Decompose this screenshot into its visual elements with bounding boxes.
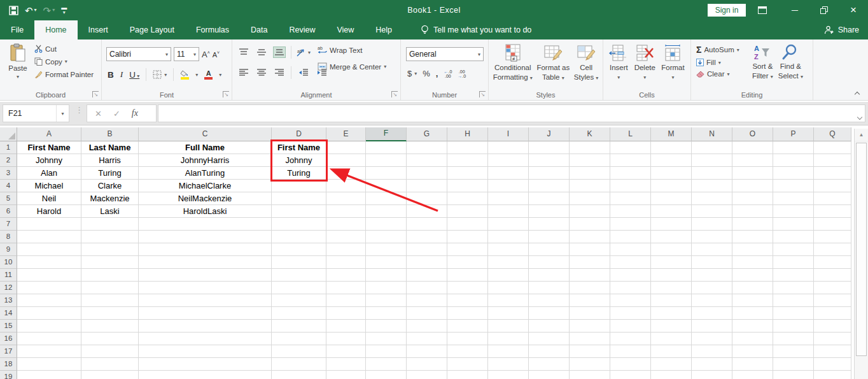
cell-P16[interactable] [773, 333, 814, 345]
cell-N7[interactable] [692, 218, 732, 231]
column-header-J[interactable]: J [529, 127, 570, 141]
cell-G12[interactable] [407, 282, 447, 294]
insert-dropdown-icon[interactable]: ▾ [617, 73, 620, 82]
cell-I13[interactable] [488, 294, 529, 307]
cell-C13[interactable] [139, 294, 272, 307]
cell-K15[interactable] [570, 320, 610, 333]
cell-Q16[interactable] [814, 333, 851, 345]
cell-N9[interactable] [692, 243, 732, 256]
cell-L2[interactable] [610, 154, 651, 167]
cell-C4[interactable]: MichaelClarke [139, 180, 272, 192]
cell-Q13[interactable] [814, 294, 851, 307]
cell-D16[interactable] [272, 333, 326, 345]
cell-E11[interactable] [326, 269, 366, 282]
cell-H16[interactable] [447, 333, 488, 345]
cell-B4[interactable]: Clarke [81, 180, 139, 192]
cell-L4[interactable] [610, 180, 651, 192]
cell-O17[interactable] [732, 345, 773, 358]
cell-G8[interactable] [407, 231, 447, 243]
cell-G11[interactable] [407, 269, 447, 282]
sort-filter-button[interactable]: AZ Sort & Filter ▾ [752, 43, 773, 81]
format-dropdown-icon[interactable]: ▾ [671, 73, 674, 82]
cell-L9[interactable] [610, 243, 651, 256]
tab-home[interactable]: Home [34, 20, 77, 39]
cell-Q7[interactable] [814, 218, 851, 231]
cell-O2[interactable] [732, 154, 773, 167]
cell-A6[interactable]: Harold [17, 205, 81, 218]
find-select-button[interactable]: Find & Select ▾ [778, 43, 803, 81]
cell-M6[interactable] [651, 205, 692, 218]
scroll-up-icon[interactable]: ▲ [855, 129, 868, 141]
cell-C17[interactable] [139, 345, 272, 358]
cell-L16[interactable] [610, 333, 651, 345]
cancel-icon[interactable]: ✕ [95, 109, 102, 118]
cell-Q8[interactable] [814, 231, 851, 243]
cell-E19[interactable] [326, 371, 366, 379]
cell-E1[interactable] [326, 141, 366, 154]
cell-G5[interactable] [407, 192, 447, 205]
font-color-button[interactable]: A [204, 70, 213, 80]
cell-F14[interactable] [366, 307, 407, 320]
cell-O15[interactable] [732, 320, 773, 333]
cell-I16[interactable] [488, 333, 529, 345]
cell-J15[interactable] [529, 320, 570, 333]
cell-N14[interactable] [692, 307, 732, 320]
restore-icon[interactable] [809, 0, 839, 20]
conditional-formatting-button[interactable]: ≠ Conditional Formatting ▾ [493, 43, 533, 82]
cell-C6[interactable]: HaroldLaski [139, 205, 272, 218]
cell-F11[interactable] [366, 269, 407, 282]
cell-C19[interactable] [139, 371, 272, 379]
cell-D4[interactable] [272, 180, 326, 192]
cell-D3[interactable]: Turing [272, 167, 326, 180]
borders-button[interactable]: ▾ [153, 70, 167, 79]
cell-G10[interactable] [407, 256, 447, 269]
decrease-decimal-button[interactable]: .00→.0 [458, 69, 466, 78]
cell-H15[interactable] [447, 320, 488, 333]
cell-B11[interactable] [81, 269, 139, 282]
cell-B12[interactable] [81, 282, 139, 294]
column-header-A[interactable]: A [17, 127, 81, 141]
cell-I17[interactable] [488, 345, 529, 358]
cell-E3[interactable] [326, 167, 366, 180]
cell-B8[interactable] [81, 231, 139, 243]
fill-color-dropdown-icon[interactable]: ▾ [195, 72, 198, 78]
column-header-G[interactable]: G [407, 127, 447, 141]
cell-P12[interactable] [773, 282, 814, 294]
cell-D1[interactable]: First Name [272, 141, 326, 154]
cell-D2[interactable]: Johnny [272, 154, 326, 167]
column-header-C[interactable]: C [139, 127, 272, 141]
cell-A3[interactable]: Alan [17, 167, 81, 180]
cell-K14[interactable] [570, 307, 610, 320]
cell-F17[interactable] [366, 345, 407, 358]
bottom-align-icon[interactable] [273, 46, 286, 58]
row-header-19[interactable]: 19 [0, 371, 17, 379]
cell-E12[interactable] [326, 282, 366, 294]
cell-A17[interactable] [17, 345, 81, 358]
cell-F4[interactable] [366, 180, 407, 192]
align-left-icon[interactable] [237, 67, 250, 78]
name-box[interactable]: F21 ▾ [3, 104, 69, 122]
cell-B15[interactable] [81, 320, 139, 333]
cell-H17[interactable] [447, 345, 488, 358]
cell-E9[interactable] [326, 243, 366, 256]
row-header-15[interactable]: 15 [0, 320, 17, 333]
cell-H2[interactable] [447, 154, 488, 167]
cell-M7[interactable] [651, 218, 692, 231]
cell-B10[interactable] [81, 256, 139, 269]
decrease-font-size-icon[interactable]: A˅ [213, 50, 220, 59]
column-header-E[interactable]: E [326, 127, 366, 141]
cell-Q11[interactable] [814, 269, 851, 282]
cell-O19[interactable] [732, 371, 773, 379]
cell-D18[interactable] [272, 358, 326, 371]
cell-N12[interactable] [692, 282, 732, 294]
cell-G14[interactable] [407, 307, 447, 320]
cell-K8[interactable] [570, 231, 610, 243]
cell-P15[interactable] [773, 320, 814, 333]
column-header-I[interactable]: I [488, 127, 529, 141]
cell-H18[interactable] [447, 358, 488, 371]
select-all-button[interactable] [0, 127, 17, 141]
cell-O8[interactable] [732, 231, 773, 243]
cell-D15[interactable] [272, 320, 326, 333]
cell-J12[interactable] [529, 282, 570, 294]
merge-center-button[interactable]: Merge & Center ▾ [318, 62, 386, 71]
